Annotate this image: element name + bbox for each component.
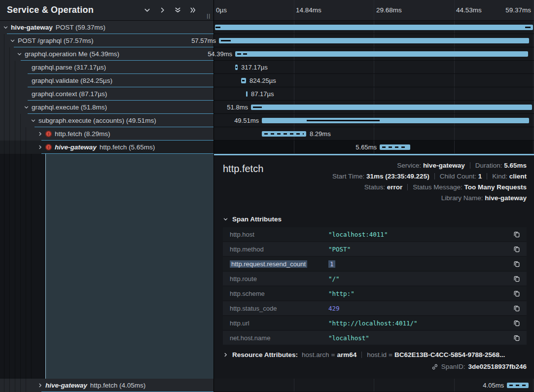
span-tree-rows: hive-gatewayPOST (59.37ms)POST /graphql …: [0, 21, 214, 154]
attribute-key: net.host.name: [230, 334, 328, 342]
span-duration-bar[interactable]: [380, 144, 410, 150]
span-duration-bar[interactable]: [235, 65, 238, 70]
span-row-content: graphql.operation Me (54.39ms): [25, 50, 119, 58]
span-tree-row[interactable]: !hive-gatewayhttp.fetch (5.65ms): [0, 141, 214, 154]
resource-attributes-items: host.arch=arm64host.id=BC62E13B-C4CC-585…: [302, 351, 505, 358]
copy-icon[interactable]: [513, 231, 521, 238]
attribute-row[interactable]: http.url"http://localhost:4011/": [223, 316, 527, 330]
span-duration-bar[interactable]: [507, 383, 529, 388]
span-duration-bar[interactable]: [235, 51, 528, 57]
expand-chevron-right-icon[interactable]: [37, 131, 43, 137]
meta-divider: [434, 173, 435, 179]
span-tree-row[interactable]: hive-gatewayPOST (59.37ms): [0, 21, 214, 34]
span-duration-bar[interactable]: [262, 118, 529, 123]
meta-label: Duration:: [475, 162, 504, 169]
span-tree-row[interactable]: graphql.operation Me (54.39ms): [0, 47, 214, 61]
timeline-gridline: [294, 61, 294, 73]
span-tree-row[interactable]: POST /graphql (57.57ms): [0, 34, 214, 47]
span-tree-row[interactable]: graphql.parse (317.17µs): [0, 61, 214, 74]
timeline-gridline: [294, 379, 294, 392]
timeline-span-row[interactable]: [214, 21, 534, 34]
meta-label: Kind:: [492, 173, 509, 180]
timeline-gridline: [374, 87, 374, 100]
timeline-span-row[interactable]: 54.39ms: [214, 47, 534, 61]
chevron-right-icon[interactable]: [159, 6, 166, 14]
span-duration-bar[interactable]: [215, 25, 533, 30]
span-duration-bar[interactable]: [219, 38, 529, 43]
timeline-span-row[interactable]: 57.57ms: [214, 34, 534, 47]
indent-guide: [15, 114, 15, 127]
indent-guide: [15, 87, 15, 101]
expand-chevron-right-icon[interactable]: [37, 144, 43, 150]
timeline-span-row[interactable]: 87.17µs: [214, 87, 534, 101]
span-tree-row[interactable]: subgraph.execute (accounts) (49.51ms): [0, 114, 214, 127]
timeline-gridline: [374, 74, 374, 87]
indent-guide: [26, 154, 26, 379]
resource-attributes-row[interactable]: Resource Attributes: host.arch=arm64host…: [223, 351, 527, 358]
expand-chevron-down-icon[interactable]: [30, 118, 36, 124]
span-detail-title: http.fetch: [223, 160, 263, 175]
expand-chevron-down-icon[interactable]: [2, 25, 8, 31]
span-tree-row[interactable]: graphql.context (87.17µs): [0, 87, 214, 101]
span-duration-bar[interactable]: [251, 105, 532, 110]
span-attributes-header[interactable]: Span Attributes: [223, 215, 527, 223]
meta-value: 31ms (23:35:49.225): [366, 173, 429, 180]
expand-chevron-down-icon[interactable]: [16, 51, 22, 57]
timeline-span-row[interactable]: 5.65ms: [214, 141, 534, 154]
span-operation-name: POST /graphql (57.57ms): [18, 37, 94, 44]
indent-guide: [4, 154, 4, 379]
copy-icon[interactable]: [513, 334, 521, 341]
span-row-content: graphql.validate (824.25µs): [32, 77, 112, 84]
expand-chevron-right-icon[interactable]: [37, 383, 43, 389]
indent-guide: [4, 141, 4, 154]
timeline-gridline: [454, 127, 455, 140]
span-duration-bar[interactable]: [246, 91, 248, 97]
span-row-content: !hive-gatewayhttp.fetch (5.65ms): [45, 143, 155, 151]
attribute-row[interactable]: net.host.name"localhost": [223, 331, 527, 345]
link-icon[interactable]: [431, 363, 438, 370]
span-tree-row[interactable]: !http.fetch (8.29ms): [0, 127, 214, 141]
expand-chevron-down-icon[interactable]: [23, 105, 29, 110]
attribute-row[interactable]: http.route"/": [223, 272, 527, 285]
span-duration-bar[interactable]: [241, 78, 246, 83]
double-chevron-right-icon[interactable]: [189, 6, 197, 14]
copy-icon[interactable]: [513, 320, 521, 326]
span-duration-label: 49.51ms: [234, 117, 259, 124]
indent-guide: [20, 379, 21, 392]
timeline-span-row[interactable]: 49.51ms: [214, 114, 534, 127]
chevron-down-icon[interactable]: [143, 6, 151, 14]
timeline-gridline: [454, 379, 455, 392]
timeline-gridline: [454, 87, 455, 100]
span-attributes-table: http.host"localhost:4011"http.method"POS…: [223, 227, 527, 345]
timeline-span-row[interactable]: 317.17µs: [214, 61, 534, 74]
timeline-gridline: [454, 141, 455, 153]
attribute-row[interactable]: http.request.resend_count1: [223, 257, 527, 271]
span-duration-label: 57.57ms: [191, 37, 216, 44]
span-tree-row[interactable]: graphql.validate (824.25µs): [0, 74, 214, 87]
double-chevron-down-icon[interactable]: [174, 6, 181, 14]
copy-icon[interactable]: [513, 275, 521, 282]
indent-guide: [4, 379, 4, 392]
copy-icon[interactable]: [513, 260, 521, 267]
detail-indent-highlight: [45, 154, 214, 379]
span-tree-row[interactable]: hive-gatewayhttp.fetch (4.05ms): [0, 379, 214, 392]
copy-icon[interactable]: [513, 290, 521, 297]
indent-guide: [20, 141, 21, 154]
span-duration-bar[interactable]: [262, 131, 306, 137]
timeline-span-row[interactable]: 8.29ms: [214, 127, 534, 141]
panel-resize-handle[interactable]: ||: [207, 13, 211, 19]
attribute-row[interactable]: http.status_code429: [223, 301, 527, 315]
timeline-span-row[interactable]: 4.05ms: [214, 379, 534, 392]
copy-icon[interactable]: [513, 246, 521, 252]
indent-guide: [26, 379, 26, 392]
indent-guide: [15, 61, 15, 74]
span-tree-row[interactable]: graphql.execute (51.8ms): [0, 101, 214, 114]
timeline-span-row[interactable]: 824.25µs: [214, 74, 534, 87]
attribute-row[interactable]: http.scheme"http:": [223, 286, 527, 300]
copy-icon[interactable]: [513, 305, 521, 312]
timeline-span-row[interactable]: 51.8ms: [214, 101, 534, 114]
resource-key: host.id: [367, 351, 387, 358]
attribute-row[interactable]: http.method"POST": [223, 242, 527, 256]
expand-chevron-down-icon[interactable]: [9, 38, 15, 44]
attribute-row[interactable]: http.host"localhost:4011": [223, 227, 527, 241]
